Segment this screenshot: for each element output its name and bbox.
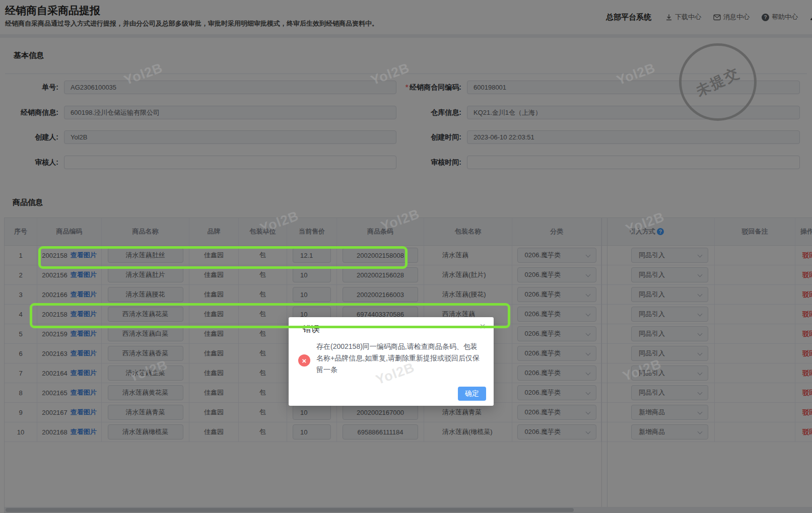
modal-overlay xyxy=(0,0,812,513)
error-dialog: 错误 × × 存在(2002158)同一编码商品,请检查商品条码、包装名称+品牌… xyxy=(289,317,494,406)
dialog-message: 存在(2002158)同一编码商品,请检查商品条码、包装名称+品牌信息,如重复,… xyxy=(316,341,484,376)
close-icon[interactable]: × xyxy=(480,321,486,331)
error-circle-icon: × xyxy=(298,354,310,367)
dialog-title: 错误 xyxy=(303,323,320,335)
cross-glyph: × xyxy=(302,356,307,365)
page: 经销商自采商品提报 经销商自采商品通过导入方式进行提报，并由分公司及总部多级审批… xyxy=(0,0,812,513)
confirm-button[interactable]: 确定 xyxy=(458,387,486,401)
